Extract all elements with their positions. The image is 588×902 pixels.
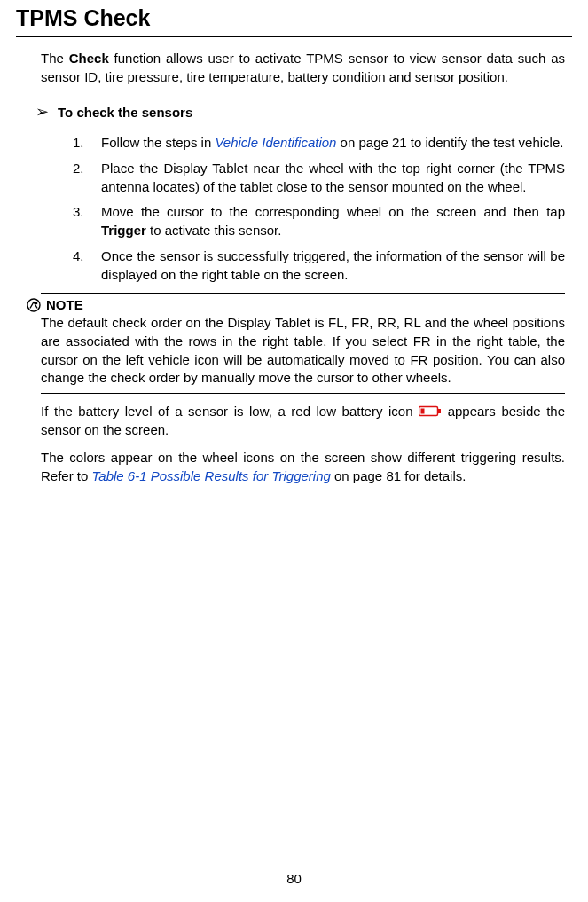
vehicle-identification-link[interactable]: Vehicle Identification xyxy=(215,135,336,150)
list-item: 4. Once the sensor is successfully trigg… xyxy=(73,247,565,284)
note-body: The default check order on the Display T… xyxy=(41,314,565,388)
page-title: TPMS Check xyxy=(16,0,572,37)
step-body: Once the sensor is successfully triggere… xyxy=(101,247,565,284)
step-body: Place the Display Tablet near the wheel … xyxy=(101,160,565,196)
intro-check-word: Check xyxy=(69,51,109,66)
step-number: 2. xyxy=(73,160,101,196)
table-6-1-link[interactable]: Table 6-1 Possible Results for Triggerin… xyxy=(92,468,331,483)
divider xyxy=(41,293,565,294)
svg-point-0 xyxy=(27,299,40,311)
colors-paragraph: The colors appear on the wheel icons on … xyxy=(41,449,565,485)
list-item: 3. Move the cursor to the corresponding … xyxy=(73,203,565,239)
step-number: 3. xyxy=(73,203,101,239)
list-item: 1. Follow the steps in Vehicle Identific… xyxy=(73,134,565,153)
step-body: Follow the steps in Vehicle Identificati… xyxy=(101,134,565,153)
svg-rect-4 xyxy=(421,408,425,413)
step-number: 1. xyxy=(73,134,101,153)
intro-c: function allows user to activate TPMS se… xyxy=(41,51,565,84)
battery-paragraph: If the battery level of a sensor is low,… xyxy=(41,403,565,440)
intro-a: The xyxy=(41,51,69,66)
step3-pre: Move the cursor to the corresponding whe… xyxy=(101,204,565,219)
note-icon xyxy=(27,298,41,312)
divider xyxy=(41,393,565,394)
intro-paragraph: The Check function allows user to activa… xyxy=(41,50,565,86)
steps-list: 1. Follow the steps in Vehicle Identific… xyxy=(73,134,565,284)
note-heading: NOTE xyxy=(27,297,572,312)
section-heading: ➢ To check the sensors xyxy=(35,102,572,122)
step1-pre: Follow the steps in xyxy=(101,135,215,150)
section-heading-text: To check the sensors xyxy=(58,105,192,120)
note-label: NOTE xyxy=(46,297,83,312)
arrow-icon: ➢ xyxy=(35,102,49,122)
svg-rect-3 xyxy=(438,409,441,413)
colors-post: on page 81 for details. xyxy=(331,468,466,483)
trigger-word: Trigger xyxy=(101,223,146,238)
step1-post: on page 21 to identify the test vehicle. xyxy=(336,135,563,150)
step3-post: to activate this sensor. xyxy=(146,223,282,238)
step-number: 4. xyxy=(73,247,101,284)
page-number: 80 xyxy=(0,871,588,886)
list-item: 2. Place the Display Tablet near the whe… xyxy=(73,160,565,196)
battery-pre: If the battery level of a sensor is low,… xyxy=(41,404,419,419)
low-battery-icon xyxy=(419,404,442,422)
step-body: Move the cursor to the corresponding whe… xyxy=(101,203,565,239)
svg-point-1 xyxy=(35,302,38,304)
